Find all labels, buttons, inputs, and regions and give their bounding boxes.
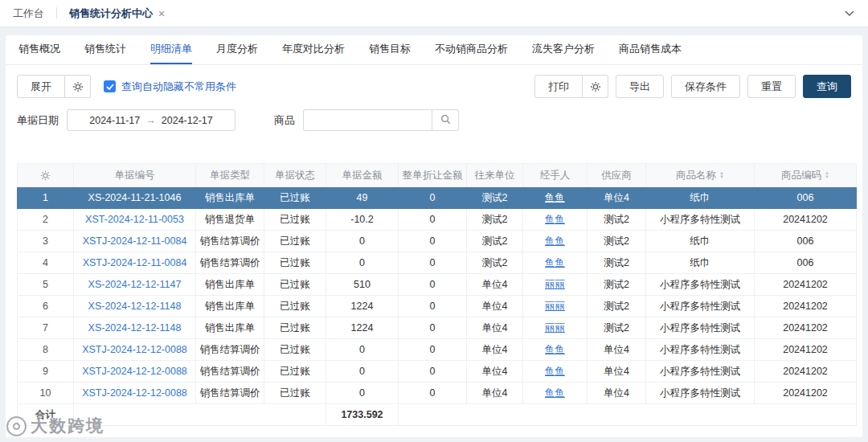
handler-link[interactable]: 鱼鱼 bbox=[523, 339, 588, 361]
doc-type: 销售退货单 bbox=[196, 209, 264, 231]
doc-status: 已过账 bbox=[264, 274, 326, 296]
window-tab-workbench[interactable]: 工作台 bbox=[13, 6, 44, 21]
doc-number-link[interactable]: XS-2024-12-12-1147 bbox=[74, 274, 196, 296]
product-name: 小程序多特性测试 bbox=[646, 296, 755, 317]
doc-type: 销售结算调价 bbox=[196, 383, 264, 404]
doc-number-link[interactable]: XSTJ-2024-12-12-0088 bbox=[74, 383, 196, 404]
results-table: 单据编号 单据类型 单据状态 单据金额 整单折让金额 往来单位 经手人 供应商 … bbox=[17, 163, 857, 426]
app-window: 工作台 销售统计分析中心 × 销售概况 销售统计 明细清单 月度分析 年度对比分… bbox=[0, 0, 868, 442]
discount-amount: 0 bbox=[399, 296, 467, 317]
handler-link[interactable]: 鱼鱼 bbox=[523, 252, 588, 274]
doc-type: 销售出库单 bbox=[196, 274, 264, 296]
handler-link[interactable]: 鱼鱼 bbox=[523, 187, 588, 209]
product-code: 20241202 bbox=[755, 317, 857, 339]
close-icon[interactable]: × bbox=[158, 7, 165, 20]
tab-yearly-comparison[interactable]: 年度对比分析 bbox=[282, 35, 345, 64]
column-settings-header[interactable] bbox=[18, 164, 74, 187]
export-button[interactable]: 导出 bbox=[616, 75, 664, 98]
table-row[interactable]: 3XSTJ-2024-12-11-0084销售结算调价已过账00测试2鱼鱼测试2… bbox=[18, 231, 857, 252]
product-search-button[interactable] bbox=[432, 109, 459, 131]
sort-icon[interactable]: ▲▼ bbox=[719, 171, 724, 179]
table-row[interactable]: 6XS-2024-12-12-1148销售出库单已过账12240单位4丽丽测试2… bbox=[18, 296, 857, 317]
doc-number-link[interactable]: XSTJ-2024-12-11-0084 bbox=[74, 252, 196, 274]
auto-hide-label: 查询自动隐藏不常用条件 bbox=[121, 80, 236, 94]
summary-cell bbox=[399, 404, 857, 426]
header-doc-status: 单据状态 bbox=[264, 164, 326, 187]
supplier: 测试2 bbox=[588, 231, 646, 252]
tab-monthly-analysis[interactable]: 月度分析 bbox=[216, 35, 258, 64]
header-product-code[interactable]: 商品编码▲▼ bbox=[755, 164, 857, 187]
table-row[interactable]: 9XSTJ-2024-12-12-0088销售结算调价已过账00单位4鱼鱼单位4… bbox=[18, 361, 857, 383]
supplier: 测试2 bbox=[588, 274, 646, 296]
save-conditions-button[interactable]: 保存条件 bbox=[671, 75, 740, 98]
handler-link[interactable]: 鱼鱼 bbox=[523, 231, 588, 252]
doc-number-link[interactable]: XST-2024-12-11-0053 bbox=[74, 209, 196, 231]
date-range-input[interactable]: 2024-11-17 → 2024-12-17 bbox=[67, 109, 235, 131]
sort-icon[interactable]: ▲▼ bbox=[825, 171, 829, 179]
tab-sales-overview[interactable]: 销售概况 bbox=[18, 35, 60, 64]
search-icon bbox=[440, 114, 451, 127]
gear-icon bbox=[72, 81, 84, 92]
doc-number-link[interactable]: XSTJ-2024-12-12-0088 bbox=[74, 361, 196, 383]
summary-label: 合计 bbox=[18, 404, 74, 426]
doc-status: 已过账 bbox=[264, 383, 326, 404]
checkbox-checked-icon[interactable] bbox=[104, 80, 116, 92]
doc-status: 已过账 bbox=[264, 252, 326, 274]
supplier: 单位4 bbox=[588, 339, 646, 361]
expand-button[interactable]: 展开 bbox=[17, 75, 65, 98]
toolbar-right: 打印 导出 保存条件 重置 查询 bbox=[534, 75, 851, 98]
doc-type: 销售结算调价 bbox=[196, 339, 264, 361]
doc-number-link[interactable]: XS-2024-12-12-1148 bbox=[74, 296, 196, 317]
tab-slow-moving-products[interactable]: 不动销商品分析 bbox=[435, 35, 508, 64]
doc-number-link[interactable]: XS-2024-11-21-1046 bbox=[74, 187, 196, 209]
doc-number-link[interactable]: XSTJ-2024-12-11-0084 bbox=[74, 231, 196, 252]
counterparty: 单位4 bbox=[467, 339, 523, 361]
table-row[interactable]: 1XS-2024-11-21-1046销售出库单已过账490测试2鱼鱼单位4纸巾… bbox=[18, 187, 857, 209]
tab-lost-customers[interactable]: 流失客户分析 bbox=[532, 35, 595, 64]
auto-hide-checkbox-wrap[interactable]: 查询自动隐藏不常用条件 bbox=[104, 80, 236, 94]
gear-icon bbox=[40, 170, 51, 181]
product-code: 20241202 bbox=[755, 209, 857, 231]
table-row[interactable]: 10XSTJ-2024-12-12-0088销售结算调价已过账00单位4鱼鱼单位… bbox=[18, 383, 857, 404]
row-index: 6 bbox=[18, 296, 74, 317]
window-tab-bar: 工作台 销售统计分析中心 × bbox=[0, 0, 868, 27]
reset-button[interactable]: 重置 bbox=[747, 75, 796, 98]
query-button[interactable]: 查询 bbox=[803, 75, 851, 98]
handler-link[interactable]: 鱼鱼 bbox=[523, 383, 588, 404]
doc-amount: 49 bbox=[326, 187, 399, 209]
tab-detail-list[interactable]: 明细清单 bbox=[150, 35, 192, 64]
print-settings-button[interactable] bbox=[583, 75, 608, 98]
discount-amount: 0 bbox=[399, 252, 467, 274]
summary-row: 合计 1733.592 bbox=[18, 404, 857, 426]
print-button[interactable]: 打印 bbox=[534, 75, 583, 98]
doc-number-link[interactable]: XSTJ-2024-12-12-0088 bbox=[74, 339, 196, 361]
supplier: 测试2 bbox=[588, 317, 646, 339]
table-row[interactable]: 4XSTJ-2024-12-11-0084销售结算调价已过账00测试2鱼鱼测试2… bbox=[18, 252, 857, 274]
handler-link[interactable]: 鱼鱼 bbox=[523, 361, 588, 383]
table-row[interactable]: 2XST-2024-12-11-0053销售退货单已过账-10.20测试2鱼鱼测… bbox=[18, 209, 857, 231]
table-row[interactable]: 8XSTJ-2024-12-12-0088销售结算调价已过账00单位4鱼鱼单位4… bbox=[18, 339, 857, 361]
handler-link[interactable]: 丽丽 bbox=[523, 296, 588, 317]
header-label: 商品编码 bbox=[781, 170, 821, 181]
filter-settings-button[interactable] bbox=[65, 75, 91, 98]
product-code: 006 bbox=[755, 187, 857, 209]
handler-link[interactable]: 丽丽 bbox=[523, 317, 588, 339]
window-tab-sales-analysis[interactable]: 销售统计分析中心 × bbox=[69, 6, 165, 21]
tab-sales-statistics[interactable]: 销售统计 bbox=[84, 35, 126, 64]
tab-product-sales-cost[interactable]: 商品销售成本 bbox=[619, 35, 682, 64]
table-row[interactable]: 7XS-2024-12-12-1148销售出库单已过账12240单位4丽丽测试2… bbox=[18, 317, 857, 339]
counterparty: 单位4 bbox=[467, 383, 523, 404]
header-counterparty: 往来单位 bbox=[467, 164, 523, 187]
product-code: 006 bbox=[755, 231, 857, 252]
handler-link[interactable]: 丽丽 bbox=[523, 274, 588, 296]
table-row[interactable]: 5XS-2024-12-12-1147销售出库单已过账5100单位4丽丽测试2小… bbox=[18, 274, 857, 296]
handler-link[interactable]: 鱼鱼 bbox=[523, 209, 588, 231]
header-product-name[interactable]: 商品名称▲▼ bbox=[646, 164, 755, 187]
table-header-row: 单据编号 单据类型 单据状态 单据金额 整单折让金额 往来单位 经手人 供应商 … bbox=[18, 164, 857, 187]
tab-sales-target[interactable]: 销售目标 bbox=[369, 35, 411, 64]
doc-number-link[interactable]: XS-2024-12-12-1148 bbox=[74, 317, 196, 339]
counterparty: 单位4 bbox=[467, 317, 523, 339]
row-index: 8 bbox=[18, 339, 74, 361]
product-search-input[interactable] bbox=[303, 109, 432, 131]
chevron-down-icon[interactable] bbox=[844, 10, 855, 17]
